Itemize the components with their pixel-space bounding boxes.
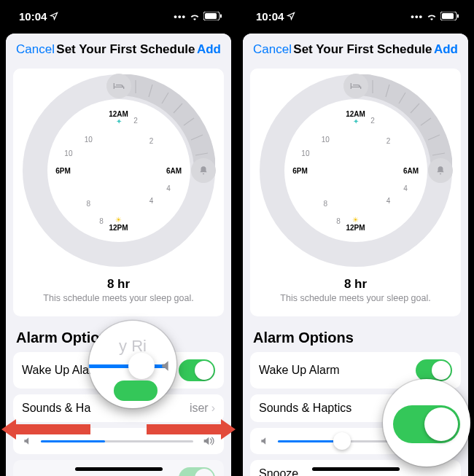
bell-icon [435, 165, 446, 176]
snooze-label: Snooze [259, 467, 298, 476]
location-icon [50, 12, 58, 20]
magnifier-volume: y Ri [89, 321, 176, 408]
sun-icon: ☀︎ [352, 216, 359, 224]
label-6am: 6AM [166, 167, 182, 175]
status-time: 10:04 [256, 10, 284, 23]
stars-icon: ✦ [116, 117, 122, 125]
nav-bar: Cancel Set Your First Schedule Add [243, 34, 468, 66]
status-bar: 10:04 ••• [238, 0, 473, 32]
status-bar: 10:04 ••• [1, 0, 236, 32]
volume-low-icon [259, 436, 271, 446]
wake-up-alarm-label: Wake Up Alarm [259, 364, 340, 377]
modal-sheet: Cancel Set Your First Schedule Add [6, 34, 231, 476]
label-6pm: 6PM [292, 167, 308, 175]
volume-high-icon [159, 359, 175, 373]
status-time: 10:04 [19, 10, 47, 23]
goal-text: This schedule meets your sleep goal. [43, 293, 193, 303]
add-button[interactable]: Add [434, 42, 458, 57]
slider-thumb-zoom[interactable] [128, 353, 155, 379]
magnifier-snooze [383, 379, 470, 467]
sounds-haptics-label: Sounds & Ha [22, 402, 90, 415]
cancel-button[interactable]: Cancel [253, 42, 292, 57]
cancel-button[interactable]: Cancel [16, 42, 55, 57]
chevron-right-icon: › [211, 402, 215, 415]
duration-label: 8 hr [107, 277, 130, 292]
schedule-card: 12AM 6AM 12PM 6PM 2 4 8 10 2 4 8 10 ✦ ☀︎… [13, 69, 224, 316]
home-indicator[interactable] [312, 467, 400, 471]
wake-up-alarm-toggle[interactable] [179, 359, 215, 381]
screenshot-left: 10:04 ••• Cancel Set Your First Schedule… [1, 0, 236, 476]
stars-icon: ✦ [353, 117, 359, 125]
volume-low-icon [22, 436, 34, 446]
duration-label: 8 hr [344, 277, 367, 292]
clock-face: 12AM 6AM 12PM 6PM 2 4 8 10 2 4 8 10 ✦ ☀︎ [47, 99, 190, 242]
sleep-dial[interactable]: 12AM 6AM 12PM 6PM 2 4 8 10 2 4 8 10 ✦ ☀︎ [260, 74, 452, 267]
sleep-dial[interactable]: 12AM 6AM 12PM 6PM 2 4 8 10 2 4 8 10 ✦ ☀︎ [23, 74, 215, 267]
swipe-left-arrow [10, 421, 90, 437]
goal-text: This schedule meets your sleep goal. [280, 293, 430, 303]
wake-up-alarm-toggle[interactable] [416, 359, 452, 381]
battery-icon [203, 12, 222, 20]
bell-icon [198, 165, 209, 176]
nav-title: Set Your First Schedule [293, 42, 432, 57]
location-icon [287, 12, 295, 20]
sun-icon: ☀︎ [115, 216, 122, 224]
screenshot-right: 10:04 ••• Cancel Set Your First Schedule… [238, 0, 473, 476]
volume-slider[interactable] [41, 440, 193, 442]
snooze-toggle-zoom[interactable] [393, 405, 460, 443]
home-indicator[interactable] [75, 467, 163, 471]
sounds-haptics-value: iser [190, 402, 209, 415]
alarm-options-heading: Alarm Options [243, 327, 468, 352]
dots-icon: ••• [411, 11, 423, 22]
sounds-haptics-label: Sounds & Haptics [259, 402, 351, 415]
bed-icon [350, 82, 362, 90]
schedule-card: 12AM 6AM 12PM 6PM 2 4 8 10 2 4 8 10 ✦ ☀︎… [250, 69, 461, 316]
wifi-icon [189, 12, 201, 20]
label-6am: 6AM [403, 167, 419, 175]
dots-icon: ••• [174, 11, 186, 22]
clock-face: 12AM 6AM 12PM 6PM 2 4 8 10 2 4 8 10 ✦ ☀︎ [284, 99, 427, 242]
add-button[interactable]: Add [197, 42, 221, 57]
wake-handle[interactable] [428, 158, 453, 183]
label-6pm: 6PM [55, 167, 71, 175]
svg-rect-12 [457, 15, 459, 18]
nav-title: Set Your First Schedule [56, 42, 195, 57]
wifi-icon [426, 12, 438, 20]
svg-rect-11 [442, 13, 454, 19]
bed-icon [113, 82, 125, 90]
swipe-right-arrow [147, 421, 227, 437]
svg-rect-1 [205, 13, 217, 19]
svg-rect-2 [220, 15, 222, 18]
bedtime-handle[interactable] [343, 74, 368, 98]
wake-handle[interactable] [191, 158, 216, 183]
battery-icon [440, 12, 459, 20]
wake-up-alarm-label: Wake Up Alar [22, 364, 93, 377]
snooze-toggle[interactable] [179, 467, 215, 476]
label-12pm: 12PM [346, 224, 365, 232]
label-12pm: 12PM [109, 224, 128, 232]
nav-bar: Cancel Set Your First Schedule Add [6, 34, 231, 66]
bedtime-handle[interactable] [106, 74, 131, 98]
